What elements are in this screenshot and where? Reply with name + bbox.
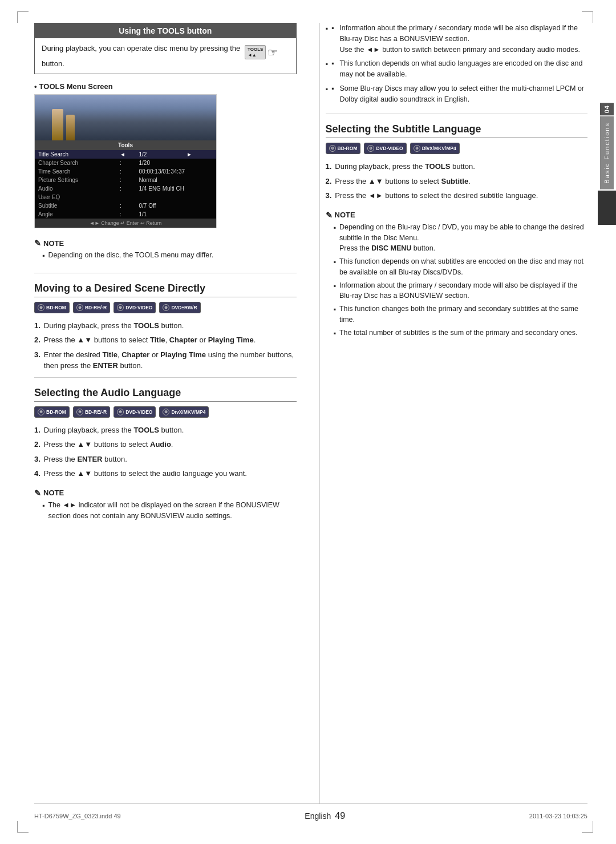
table-cell-sep: :: [116, 201, 135, 210]
note-text: This function depends on what subtitles …: [339, 256, 587, 278]
hand-cursor-icon: ☞: [268, 46, 278, 59]
bullet-text: Information about the primary / secondar…: [339, 23, 587, 55]
table-row: Chapter Search : 1/20: [35, 159, 216, 167]
note-text: The total number of subtitles is the sum…: [339, 328, 578, 339]
badge-circle: ⊕: [76, 409, 83, 415]
badge-circle: ⊕: [329, 145, 336, 152]
tools-section-content: During playback, you can operate disc me…: [35, 38, 296, 74]
step-number: 2.: [326, 176, 332, 187]
tools-intro-before: During playback, you can operate disc me…: [42, 44, 240, 53]
table-cell-value: [136, 193, 183, 201]
step-text: Press the ▲▼ buttons to select the audio…: [44, 468, 247, 479]
step-number: 3.: [34, 349, 40, 371]
tools-menu-image: Tools Title Search ◄ 1/2 ► Chapter Searc…: [34, 94, 217, 228]
bullet-2: ▪ This function depends on what audio la…: [326, 58, 588, 80]
table-cell-label: User EQ: [35, 193, 116, 201]
badge-dvdvideo-audio: ⊕ DVD-VIDEO: [114, 406, 156, 418]
subtitle-note-item-5: The total number of subtitles is the sum…: [334, 328, 588, 339]
subtitle-note-item-3: Information about the primary / secondar…: [334, 280, 588, 302]
divider: [326, 114, 588, 114]
page: 04 Basic Functions Using the TOOLS butto…: [0, 0, 616, 844]
table-row: Title Search ◄ 1/2 ►: [35, 150, 216, 159]
tools-note-title: ✎ NOTE: [34, 239, 297, 248]
table-cell-sep: [116, 193, 135, 201]
badge-circle: ⊕: [38, 409, 44, 415]
table-cell-sep: :: [116, 210, 135, 219]
subtitle-note: ✎ NOTE Depending on the Blu-ray Disc / D…: [326, 207, 588, 345]
step-number: 1.: [34, 425, 40, 436]
table-row: User EQ: [35, 193, 216, 201]
badge-circle: ⊛: [414, 145, 420, 152]
table-cell-arrow: ►: [183, 150, 216, 159]
step-text: Press the ▲▼ buttons to select Audio.: [44, 439, 173, 450]
subtitle-section-heading: Selecting the Subtitle Language: [326, 123, 588, 138]
right-col-bullets: ▪ Information about the primary / second…: [326, 23, 588, 104]
table-cell-sep: ◄: [116, 150, 135, 159]
tools-note-item: Depending on the disc, the TOOLS menu ma…: [42, 250, 297, 261]
table-cell-label: Subtitle: [35, 201, 116, 210]
subtitle-badges: ⊕ BD-ROM ⊕ DVD-VIDEO ⊛ DivX/MKV/MP4: [326, 143, 588, 154]
moving-badges: ⊕ BD-ROM ⊕ BD-RE/-R ⊕ DVD-VIDEO ⊕ DVD±RW…: [34, 302, 297, 313]
step-number: 3.: [326, 190, 332, 201]
bullet-icon: ▪: [331, 83, 334, 105]
badge-dvdvideo: ⊕ DVD-VIDEO: [114, 302, 156, 313]
tools-note: ✎ NOTE Depending on the disc, the TOOLS …: [34, 235, 297, 267]
divider: [34, 273, 297, 273]
table-cell-sep: :: [116, 159, 135, 167]
step-text: During playback, press the TOOLS button.: [44, 425, 184, 436]
badge-circle-bdrer: ⊕: [76, 304, 83, 311]
badge-circle-dvdrw: ⊕: [163, 304, 169, 311]
badge-circle-dvdvideo: ⊕: [117, 304, 124, 311]
table-row: Angle : 1/1: [35, 210, 216, 219]
note-icon: ✎: [326, 211, 333, 220]
step-number: 1.: [326, 161, 332, 172]
audio-note-item: The ◄► indicator will not be displayed o…: [42, 500, 297, 522]
tools-overlay: Tools Title Search ◄ 1/2 ► Chapter Searc…: [35, 140, 216, 228]
audio-note-title: ✎ NOTE: [34, 488, 297, 498]
badge-divx-audio: ⊛ DivX/MKV/MP4: [159, 406, 209, 418]
subtitle-step-2: 2. Press the ▲▼ buttons to select Subtit…: [326, 176, 588, 187]
corner-bl: [17, 821, 29, 833]
step-number: 2.: [34, 334, 40, 346]
bullet-text: This function depends on what audio lang…: [339, 58, 587, 80]
badge-divx-subtitle: ⊛ DivX/MKV/MP4: [410, 143, 460, 154]
note-icon: ✎: [34, 488, 41, 498]
subtitle-note-item-4: This function changes both the primary a…: [334, 304, 588, 325]
table-cell-arrow: [183, 159, 216, 167]
side-tab-text: Basic Functions: [600, 116, 614, 189]
left-column: Using the TOOLS button During playback, …: [34, 23, 302, 803]
bullet-text: Some Blu-ray Discs may allow you to sele…: [339, 83, 587, 105]
footer-center: English 49: [305, 811, 345, 821]
table-cell-label: Time Search: [35, 167, 116, 176]
english-label: English: [305, 811, 331, 821]
table-cell-label: Audio: [35, 184, 116, 193]
badge-circle: ⊛: [163, 409, 169, 415]
bullet-icon: ▪: [331, 23, 334, 55]
table-row: Subtitle : 0/7 Off: [35, 201, 216, 210]
table-cell-arrow: [183, 193, 216, 201]
badge-bdrer: ⊕ BD-RE/-R: [73, 302, 110, 313]
table-cell-sep: :: [116, 176, 135, 184]
side-tab-number: 04: [600, 103, 614, 115]
table-cell-value: 1/20: [136, 159, 183, 167]
step-text: Press the ▲▼ buttons to select Subtitle.: [335, 176, 470, 187]
table-cell-sep: :: [116, 184, 135, 193]
step-text: During playback, press the TOOLS button.: [44, 320, 184, 332]
corner-br: [582, 821, 593, 833]
audio-badges: ⊕ BD-ROM ⊕ BD-RE/-R ⊕ DVD-VIDEO ⊛ DivX/M…: [34, 406, 297, 418]
badge-dvdrw: ⊕ DVD±RW/R: [159, 302, 200, 313]
table-row: Picture Settings : Normal: [35, 176, 216, 184]
subtitle-note-title: ✎ NOTE: [326, 211, 588, 220]
table-row: Audio : 1/4 ENG Multi CH: [35, 184, 216, 193]
audio-note: ✎ NOTE The ◄► indicator will not be disp…: [34, 485, 297, 527]
note-text: This function changes both the primary a…: [339, 304, 587, 325]
moving-steps: 1. During playback, press the TOOLS butt…: [34, 320, 297, 371]
step-number: 1.: [34, 320, 40, 332]
tools-intro-after: button.: [42, 59, 64, 68]
audio-section-heading: Selecting the Audio Language: [34, 387, 297, 402]
badge-circle-bdrom: ⊕: [38, 304, 44, 311]
moving-step-3: 3. Enter the desired Title, Chapter or P…: [34, 349, 297, 371]
table-cell-value: Normal: [136, 176, 216, 184]
step-number: 3.: [34, 454, 40, 465]
subtitle-steps: 1. During playback, press the TOOLS butt…: [326, 161, 588, 201]
